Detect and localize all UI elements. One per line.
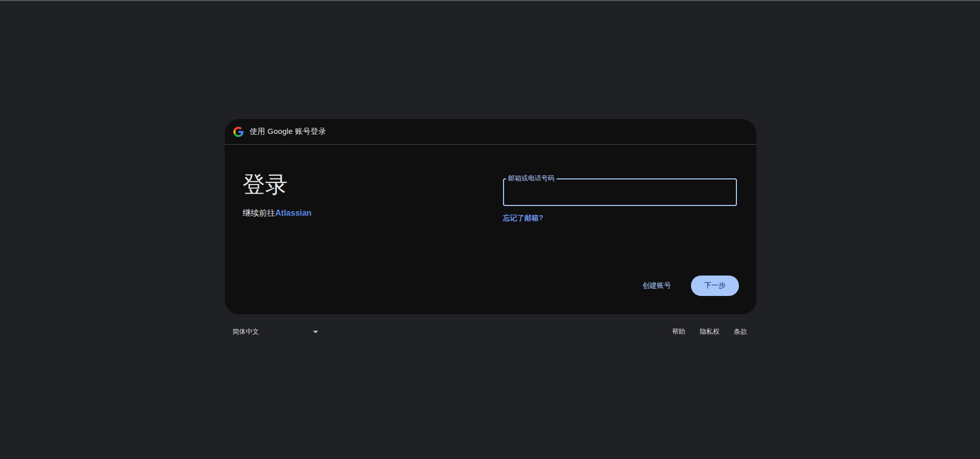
forgot-email-link[interactable]: 忘记了邮箱?	[503, 214, 543, 223]
terms-link[interactable]: 条款	[734, 327, 747, 336]
form-column: 邮箱或电话号码 忘记了邮箱?	[503, 178, 738, 223]
language-selector[interactable]: 简体中文	[225, 327, 318, 336]
email-input[interactable]	[503, 178, 737, 206]
subtitle-text: 继续前往	[243, 209, 275, 217]
create-account-button[interactable]: 创建账号	[642, 281, 671, 290]
window-top-edge	[0, 0, 980, 1]
google-g-icon	[233, 127, 244, 137]
header-title: 使用 Google 账号登录	[250, 127, 326, 136]
chevron-down-icon	[313, 331, 318, 333]
intro-column: 登录 继续前往Atlassian	[243, 171, 312, 219]
action-buttons: 创建账号 下一步	[642, 276, 739, 296]
subtitle: 继续前往Atlassian	[243, 207, 312, 219]
help-link[interactable]: 帮助	[672, 327, 685, 336]
email-field-wrapper: 邮箱或电话号码	[503, 178, 737, 206]
atlassian-link[interactable]: Atlassian	[275, 209, 312, 217]
signin-card: 使用 Google 账号登录 登录 继续前往Atlassian 邮箱或电话号码 …	[225, 119, 756, 314]
email-label: 邮箱或电话号码	[506, 174, 557, 182]
footer-links: 帮助 隐私权 条款	[672, 327, 756, 336]
language-selected-label: 简体中文	[232, 327, 259, 336]
card-content: 登录 继续前往Atlassian 邮箱或电话号码 忘记了邮箱? 创建账号 下一步	[225, 145, 756, 314]
card-header: 使用 Google 账号登录	[225, 119, 756, 145]
next-button[interactable]: 下一步	[691, 276, 739, 296]
page-title: 登录	[243, 171, 312, 198]
footer: 简体中文 帮助 隐私权 条款	[225, 326, 756, 338]
privacy-link[interactable]: 隐私权	[700, 327, 720, 336]
